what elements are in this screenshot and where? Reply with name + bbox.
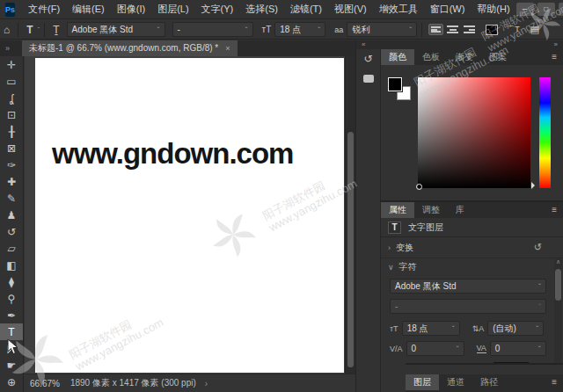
document-tab[interactable]: 未标题-1 @ 66.7% (www.gndown.com, RGB/8) * … <box>22 40 238 56</box>
menu-item[interactable]: 文件(F) <box>22 0 66 18</box>
blur-tool[interactable]: ⧫ <box>0 273 23 290</box>
object-selection-tool[interactable]: ⊡ <box>0 106 23 123</box>
anti-alias-select[interactable]: 锐利ˇ <box>347 22 417 37</box>
chevron-down-icon[interactable]: ˇ <box>38 25 40 33</box>
character-section[interactable]: ∨ 字符 <box>381 258 563 276</box>
panel-tab[interactable]: 通道 <box>439 374 472 390</box>
panel-tab[interactable]: 色板 <box>414 49 448 65</box>
panel-tab[interactable]: 渐变 <box>448 49 481 65</box>
tool-options-bar: ⌂ T ˇ Ṯ Adobe 黑体 Stdˇ -ˇ тT 18 点ˇ aa 锐利ˇ… <box>0 20 563 40</box>
scroll-up-icon[interactable]: ∧ <box>554 258 562 265</box>
transform-section[interactable]: › 变换 ↺ <box>381 237 563 258</box>
panel-tab[interactable]: 调整 <box>414 202 448 218</box>
align-center-icon[interactable] <box>445 24 460 35</box>
window-controls: ─ □ ✕ <box>516 3 563 16</box>
pen-tool[interactable]: ✒ <box>0 307 23 323</box>
panel-menu-icon[interactable]: ≡ <box>545 202 563 218</box>
panel-menu-icon[interactable]: ≡ <box>545 374 563 390</box>
menu-item[interactable]: 选择(S) <box>239 0 284 18</box>
canvas-area: www.gndown.com <box>25 56 355 374</box>
hue-slider[interactable] <box>539 77 551 188</box>
font-style-select[interactable]: -ˇ <box>172 22 253 37</box>
history-brush-tool[interactable]: ↺ <box>0 223 23 240</box>
type-layer-icon: T <box>388 221 401 234</box>
panel-tab[interactable]: 路径 <box>472 374 506 390</box>
toolbar-collapse-icon[interactable]: » <box>0 44 15 53</box>
home-icon[interactable]: ⌂ <box>0 24 13 36</box>
align-right-icon[interactable] <box>462 24 477 35</box>
foreground-color-swatch[interactable] <box>388 77 402 91</box>
status-bar: 66.67% 1890 像素 x 1417 像素 (300 ppi) › <box>25 374 355 392</box>
crop-tool[interactable]: ╂ <box>0 123 23 140</box>
hand-tool[interactable]: ☛ <box>0 357 23 374</box>
close-button[interactable]: ✕ <box>559 3 563 16</box>
canvas-vertical-scrollbar[interactable] <box>345 56 355 374</box>
document-title: 未标题-1 @ 66.7% (www.gndown.com, RGB/8) * <box>29 42 218 54</box>
maximize-button[interactable]: □ <box>537 3 555 16</box>
text-color-swatch[interactable] <box>486 25 498 35</box>
healing-brush-tool[interactable]: ✚ <box>0 173 23 190</box>
gradient-tool[interactable]: ◧ <box>0 257 23 273</box>
right-dock: « » ↺ 颜色色板渐变图案 ≡ <box>355 40 563 392</box>
char-tracking-select[interactable]: 0 ˇ <box>406 341 464 356</box>
toggle-panels-icon[interactable]: ▤ <box>527 24 543 35</box>
menu-item[interactable]: 滤镜(T) <box>284 0 328 18</box>
char-leading-select[interactable]: (自动) ˇ <box>487 321 544 336</box>
menu-item[interactable]: 编辑(E) <box>66 0 111 18</box>
align-left-icon[interactable] <box>428 24 443 35</box>
panel-tab[interactable]: 图层 <box>406 374 439 390</box>
panel-tab[interactable]: 库 <box>448 202 472 218</box>
color-field[interactable] <box>418 77 530 188</box>
chevron-down-icon: ˇ <box>157 25 160 34</box>
eyedropper-tool[interactable]: ✑ <box>0 156 23 173</box>
panel-tab[interactable]: 图案 <box>481 49 515 65</box>
history-panel-icon[interactable]: ↺ <box>356 49 380 69</box>
comments-panel-icon[interactable] <box>356 69 380 88</box>
char-size-select[interactable]: 18 点 ˇ <box>402 321 460 336</box>
minimize-button[interactable]: ─ <box>516 3 534 16</box>
char-kerning-select[interactable]: 0 ˇ <box>490 341 546 356</box>
panel-drag-strip[interactable] <box>406 365 563 374</box>
zoom-level[interactable]: 66.67% <box>30 379 60 388</box>
lasso-tool[interactable]: ʆ <box>0 90 23 106</box>
text-orientation-icon[interactable]: Ṯ <box>49 24 62 36</box>
type-tool[interactable]: T <box>0 323 23 340</box>
color-field-cursor[interactable] <box>416 184 422 190</box>
mouse-cursor <box>7 339 19 355</box>
menu-item[interactable]: 图层(L) <box>151 0 194 18</box>
close-tab-icon[interactable]: × <box>225 44 230 53</box>
clone-stamp-tool[interactable]: ♟ <box>0 207 23 223</box>
rect-marquee-tool[interactable]: ▭ <box>0 73 23 90</box>
panel-tab[interactable]: 属性 <box>381 202 414 218</box>
hue-slider-arrow[interactable] <box>531 182 535 189</box>
canvas-text[interactable]: www.gndown.com <box>52 137 293 171</box>
menu-item[interactable]: 文字(Y) <box>195 0 240 18</box>
scrollbar-thumb[interactable] <box>555 269 561 301</box>
menu-item[interactable]: 图像(I) <box>111 0 151 18</box>
dodge-tool[interactable]: ⚲ <box>0 290 23 307</box>
move-tool[interactable]: ✛ <box>0 56 23 73</box>
panel-menu-icon[interactable]: ≡ <box>545 49 563 65</box>
document-canvas[interactable]: www.gndown.com <box>35 58 344 373</box>
menu-item[interactable]: 帮助(H) <box>471 0 515 18</box>
frame-tool[interactable]: ⊠ <box>0 140 23 156</box>
menu-item[interactable]: 视图(V) <box>328 0 373 18</box>
collapse-panels-right-icon[interactable]: » <box>554 40 558 49</box>
font-family-select[interactable]: Adobe 黑体 Stdˇ <box>67 22 165 37</box>
reset-icon[interactable]: ↺ <box>534 242 542 253</box>
font-size-select[interactable]: 18 点ˇ <box>274 22 325 37</box>
chevron-down-icon: ∨ <box>388 263 394 272</box>
char-font-family-select[interactable]: Adobe 黑体 Std ˇ <box>390 279 546 294</box>
brush-tool[interactable]: ✎ <box>0 190 23 207</box>
warp-text-icon[interactable]: ⌒T <box>503 24 523 35</box>
eraser-tool[interactable]: ▱ <box>0 240 23 257</box>
collapse-panels-left-icon[interactable]: « <box>362 40 365 49</box>
status-menu-icon[interactable]: › <box>205 379 208 388</box>
panel-tab[interactable]: 颜色 <box>381 49 414 65</box>
zoom-tool[interactable]: ⊕ <box>0 374 23 390</box>
menu-item[interactable]: 增效工具 <box>373 0 424 18</box>
char-font-style-select[interactable]: - ˇ <box>390 299 546 314</box>
scrollbar-thumb[interactable] <box>347 132 354 367</box>
type-tool-icon: T <box>23 24 36 36</box>
menu-item[interactable]: 窗口(W) <box>424 0 472 18</box>
